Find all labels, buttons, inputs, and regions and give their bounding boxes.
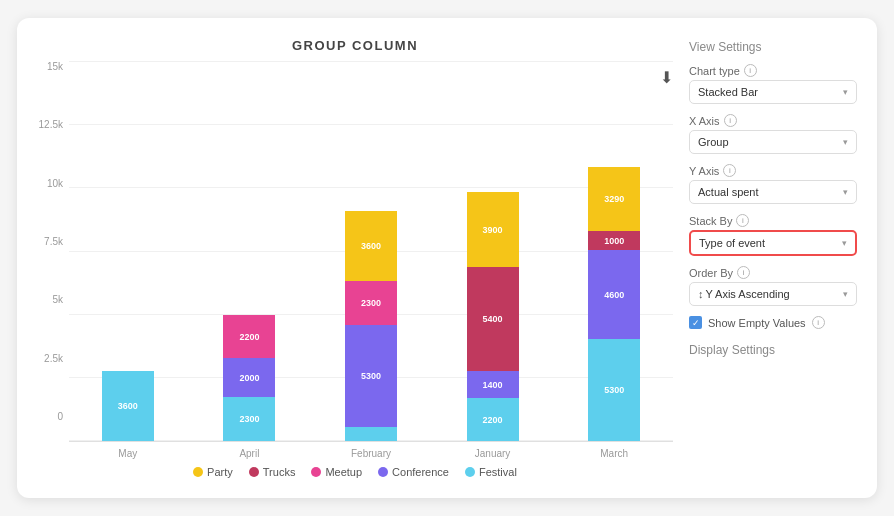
grid-line [69, 61, 673, 62]
sort-icon: ↕ [698, 288, 704, 300]
bar-group: 3600May [79, 371, 177, 441]
y-axis: 02.5k5k7.5k10k12.5k15k [37, 61, 69, 442]
y-axis-tick: 15k [37, 61, 63, 72]
bar-segment: 3600 [102, 371, 154, 441]
legend-item: Festival [465, 466, 517, 478]
order-by-select[interactable]: ↕ Y Axis Ascending ▾ [689, 282, 857, 306]
chart-title: GROUP COLUMN [37, 38, 673, 53]
bars-container: 3600May230020002200April530023003600Febr… [69, 61, 673, 442]
bar-x-label: March [600, 448, 628, 459]
stacked-bar: 5300460010003290 [588, 167, 640, 441]
legend-color-dot [378, 467, 388, 477]
stacked-bar: 3600 [102, 371, 154, 441]
y-axis-tick: 10k [37, 178, 63, 189]
legend-color-dot [465, 467, 475, 477]
stacked-bar: 2200140054003900 [467, 192, 519, 441]
bar-segment: 1000 [588, 231, 640, 250]
bar-segment: 5400 [467, 267, 519, 371]
bar-segment: 2300 [223, 397, 275, 441]
show-empty-info-icon[interactable]: i [812, 316, 825, 329]
x-axis-select[interactable]: Group ▾ [689, 130, 857, 154]
x-axis-setting: X Axis i Group ▾ [689, 114, 857, 154]
legend-label: Party [207, 466, 233, 478]
order-by-setting: Order By i ↕ Y Axis Ascending ▾ [689, 266, 857, 306]
stack-by-chevron-icon: ▾ [842, 238, 847, 248]
bar-group: 230020002200April [201, 315, 299, 441]
grid-line [69, 124, 673, 125]
y-axis-setting: Y Axis i Actual spent ▾ [689, 164, 857, 204]
bar-segment: 3600 [345, 211, 397, 281]
legend-color-dot [193, 467, 203, 477]
stacked-bar: 530023003600 [345, 211, 397, 441]
bar-group: 2200140054003900January [444, 192, 542, 441]
order-by-chevron-icon: ▾ [843, 289, 848, 299]
bar-segment: 1400 [467, 371, 519, 398]
y-axis-select[interactable]: Actual spent ▾ [689, 180, 857, 204]
bar-segment: 2200 [467, 398, 519, 441]
chart-type-chevron-icon: ▾ [843, 87, 848, 97]
bar-x-label: February [351, 448, 391, 459]
x-axis-info-icon[interactable]: i [724, 114, 737, 127]
legend-label: Festival [479, 466, 517, 478]
stack-by-label: Stack By i [689, 214, 857, 227]
x-axis-label: X Axis i [689, 114, 857, 127]
legend-item: Meetup [311, 466, 362, 478]
bar-segment: 3290 [588, 167, 640, 231]
show-empty-values-row[interactable]: ✓ Show Empty Values i [689, 316, 857, 329]
bar-segment: 4600 [588, 250, 640, 339]
legend-color-dot [249, 467, 259, 477]
legend-color-dot [311, 467, 321, 477]
stacked-bar: 230020002200 [223, 315, 275, 441]
bar-x-label: January [475, 448, 511, 459]
order-by-info-icon[interactable]: i [737, 266, 750, 279]
y-axis-tick: 2.5k [37, 353, 63, 364]
legend-item: Trucks [249, 466, 296, 478]
bar-segment: 2200 [223, 315, 275, 358]
legend-label: Meetup [325, 466, 362, 478]
settings-panel: View Settings Chart type i Stacked Bar ▾… [689, 38, 857, 478]
bar-x-label: April [239, 448, 259, 459]
legend-label: Conference [392, 466, 449, 478]
bar-segment: 2300 [345, 281, 397, 325]
bar-segment: 3900 [467, 192, 519, 267]
bar-group: 5300460010003290March [565, 167, 663, 441]
chart-legend: PartyTrucksMeetupConferenceFestival [37, 466, 673, 478]
show-empty-values-checkbox[interactable]: ✓ [689, 316, 702, 329]
stack-by-info-icon[interactable]: i [736, 214, 749, 227]
order-by-label: Order By i [689, 266, 857, 279]
chart-type-select[interactable]: Stacked Bar ▾ [689, 80, 857, 104]
legend-label: Trucks [263, 466, 296, 478]
chart-type-setting: Chart type i Stacked Bar ▾ [689, 64, 857, 104]
legend-item: Party [193, 466, 233, 478]
y-axis-tick: 12.5k [37, 119, 63, 130]
stack-by-select[interactable]: Type of event ▾ [689, 230, 857, 256]
bar-group: 530023003600February [322, 211, 420, 441]
chart-type-info-icon[interactable]: i [744, 64, 757, 77]
y-axis-chevron-icon: ▾ [843, 187, 848, 197]
y-axis-tick: 0 [37, 411, 63, 422]
x-axis-chevron-icon: ▾ [843, 137, 848, 147]
bar-segment: 2000 [223, 358, 275, 397]
y-axis-label: Y Axis i [689, 164, 857, 177]
chart-type-label: Chart type i [689, 64, 857, 77]
bar-segment: 5300 [588, 339, 640, 441]
y-axis-info-icon[interactable]: i [723, 164, 736, 177]
legend-item: Conference [378, 466, 449, 478]
stack-by-setting: Stack By i Type of event ▾ [689, 214, 857, 256]
bar-segment [345, 427, 397, 441]
bar-segment: 5300 [345, 325, 397, 427]
y-axis-tick: 5k [37, 294, 63, 305]
display-settings-label: Display Settings [689, 343, 857, 357]
y-axis-tick: 7.5k [37, 236, 63, 247]
bar-x-label: May [118, 448, 137, 459]
panel-header: View Settings [689, 40, 857, 54]
